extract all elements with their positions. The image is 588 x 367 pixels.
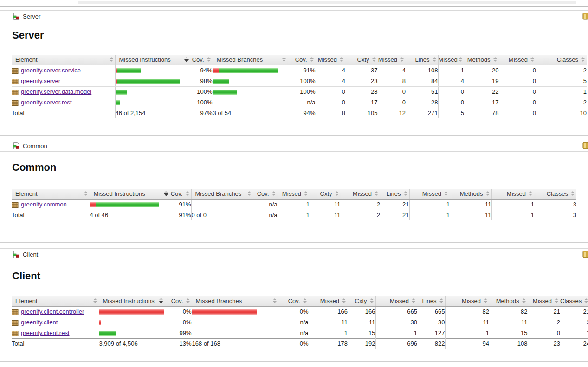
column-header-missed[interactable]: Missed	[309, 296, 348, 307]
column-header-lines[interactable]: Lines	[406, 55, 438, 65]
metric-cell: 0	[499, 65, 536, 76]
column-header-missed[interactable]: Missed	[445, 296, 489, 307]
metric-cell: 11	[489, 317, 528, 328]
column-header-missed-branches[interactable]: Missed Branches	[213, 55, 288, 65]
sessions-icon[interactable]	[582, 251, 588, 258]
sessions-icon[interactable]	[582, 13, 588, 20]
instruction-coverage-cell: 100%	[190, 87, 213, 97]
metric-cell: 2	[560, 317, 588, 328]
column-header-missed[interactable]: Missed	[278, 189, 310, 200]
sort-active-icon	[159, 298, 163, 303]
column-header-cov-[interactable]: Cov.	[288, 55, 316, 65]
package-link[interactable]: greenify.client.rest	[21, 328, 70, 338]
column-header-missed[interactable]: Missed	[341, 189, 380, 200]
table-row: greenify.server.data.model100%100%028051…	[12, 87, 587, 97]
metric-cell: 1	[491, 200, 534, 210]
column-header-missed[interactable]: Missed	[316, 55, 345, 65]
branch-coverage-cell: n/a	[253, 200, 278, 210]
package-link[interactable]: greenify.server.data.model	[21, 87, 91, 97]
metric-cell: 1	[536, 87, 587, 97]
total-label-cell: Total	[12, 210, 90, 221]
instruction-coverage-cell: 0%	[165, 307, 192, 317]
section-common: Common Common ElementMissed Instructions…	[0, 140, 588, 220]
package-link[interactable]: greenify.server	[21, 76, 60, 86]
column-header-cxty[interactable]: Cxty	[348, 296, 375, 307]
column-header-cxty[interactable]: Cxty	[310, 189, 341, 200]
table-row: greenify.server.rest100%n/a01702801702	[12, 97, 587, 108]
metric-cell: 82	[489, 307, 528, 317]
total-metric-cell: 5	[438, 108, 464, 119]
metric-cell: 21	[560, 307, 588, 317]
package-link[interactable]: greenify.server.service	[21, 65, 81, 76]
column-header-cov-[interactable]: Cov.	[165, 296, 192, 307]
column-header-missed-instructions[interactable]: Missed Instructions	[90, 189, 170, 200]
missed-bar-segment	[192, 309, 257, 315]
column-header-missed-instructions[interactable]: Missed Instructions	[115, 55, 190, 65]
column-header-element[interactable]: Element	[12, 296, 99, 307]
total-metric-cell: 1	[278, 210, 310, 221]
breadcrumb-label[interactable]: Client	[23, 251, 38, 258]
column-header-cov-[interactable]: Cov.	[278, 296, 309, 307]
element-cell: greenify.client.controller	[12, 307, 99, 317]
sessions-icon[interactable]	[582, 142, 588, 149]
package-link[interactable]: greenify.server.rest	[21, 97, 72, 108]
column-header-methods[interactable]: Methods	[489, 296, 528, 307]
column-header-lines[interactable]: Lines	[417, 296, 445, 307]
missed-branches-cell	[191, 200, 253, 210]
column-header-element[interactable]: Element	[12, 189, 90, 200]
column-header-methods[interactable]: Methods	[450, 189, 491, 200]
total-metric-cell: 94	[445, 339, 489, 349]
column-header-lines[interactable]: Lines	[380, 189, 409, 200]
column-header-missed[interactable]: Missed	[378, 55, 406, 65]
metric-cell: 127	[417, 328, 445, 339]
total-instruction-coverage-cell: 97%	[190, 108, 213, 119]
column-header-cxty[interactable]: Cxty	[345, 55, 378, 65]
column-header-missed[interactable]: Missed	[375, 296, 417, 307]
column-header-classes[interactable]: Classes	[534, 189, 576, 200]
sort-icon	[400, 57, 404, 63]
column-header-missed[interactable]: Missed	[491, 189, 534, 200]
column-header-classes[interactable]: Classes	[536, 55, 587, 65]
total-metric-cell: 178	[309, 339, 348, 349]
total-branches-cell: 0 of 0	[191, 210, 253, 221]
horizontal-scrollbar-thumb[interactable]	[78, 1, 576, 4]
coverage-bar	[116, 68, 191, 73]
metric-cell: 0	[378, 87, 406, 97]
missed-instructions-cell	[99, 317, 165, 328]
metric-cell: 37	[345, 65, 378, 76]
breadcrumb-label[interactable]: Common	[23, 142, 47, 149]
column-header-missed[interactable]: Missed	[528, 296, 560, 307]
missed-bar-segment	[99, 309, 164, 315]
column-header-missed[interactable]: Missed	[499, 55, 536, 65]
total-metric-cell: 8	[316, 108, 345, 119]
covered-bar-segment	[219, 68, 278, 73]
metric-cell: 0	[316, 97, 345, 108]
column-header-missed-branches[interactable]: Missed Branches	[191, 189, 253, 200]
column-header-methods[interactable]: Methods	[464, 55, 499, 65]
coverage-table-client: ElementMissed InstructionsCov.Missed Bra…	[12, 296, 588, 349]
column-header-missed[interactable]: Missed	[438, 55, 464, 65]
column-header-cov-[interactable]: Cov.	[190, 55, 213, 65]
total-metric-cell: 192	[348, 339, 375, 349]
metric-cell: 15	[348, 328, 375, 339]
column-header-element[interactable]: Element	[12, 55, 115, 65]
column-header-cov-[interactable]: Cov.	[170, 189, 191, 200]
total-label-cell: Total	[12, 108, 115, 119]
metric-cell: 166	[348, 307, 375, 317]
missed-branches-cell	[213, 87, 288, 97]
package-link[interactable]: greenify.client.controller	[21, 307, 84, 317]
element-cell: greenify.common	[12, 200, 90, 210]
sort-active-icon	[164, 191, 168, 196]
column-header-missed[interactable]: Missed	[409, 189, 450, 200]
column-header-classes[interactable]: Classes	[560, 296, 588, 307]
metric-cell: 1	[375, 328, 417, 339]
breadcrumb-label[interactable]: Server	[23, 13, 40, 20]
column-header-missed-instructions[interactable]: Missed Instructions	[99, 296, 165, 307]
sort-icon	[335, 191, 339, 197]
package-link[interactable]: greenify.common	[21, 200, 67, 210]
column-header-cov-[interactable]: Cov.	[253, 189, 278, 200]
column-header-missed-branches[interactable]: Missed Branches	[192, 296, 278, 307]
package-link[interactable]: greenify.client	[21, 317, 58, 328]
sort-icon	[84, 191, 88, 197]
element-cell: greenify.server.service	[12, 65, 115, 76]
